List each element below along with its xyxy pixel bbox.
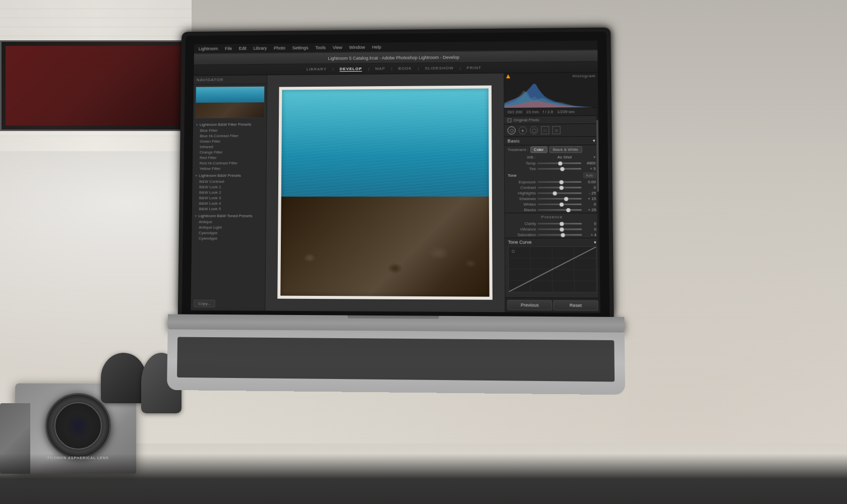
basic-collapse-icon[interactable]: ▾ [592, 138, 595, 143]
preset-infrared[interactable]: Infrared [194, 144, 265, 150]
vibrance-value: 0 [583, 227, 596, 231]
menu-tools[interactable]: Tools [314, 45, 327, 50]
preset-group-header-bwtoned[interactable]: Lightroom B&W Toned Presets [193, 213, 265, 219]
module-print[interactable]: PRINT [467, 66, 481, 70]
menu-settings[interactable]: Settings [291, 45, 310, 50]
whites-slider[interactable] [537, 204, 582, 205]
left-panel-buttons: Copy... Paste [194, 300, 267, 310]
clarity-thumb[interactable] [560, 222, 564, 226]
preset-red-filter[interactable]: Red Filter [194, 155, 265, 160]
menu-help[interactable]: Help [371, 45, 383, 50]
preset-blue-filter[interactable]: Blue Filter [194, 128, 266, 133]
radial-filter-tool[interactable]: ◇ [552, 126, 560, 134]
clarity-slider[interactable] [537, 223, 582, 224]
red-eye-tool[interactable]: ◯ [530, 127, 538, 135]
preset-yellow-filter[interactable]: Yellow Filter [194, 166, 265, 171]
menu-edit[interactable]: Edit [237, 46, 248, 51]
preset-bw-look3[interactable]: B&W Look 3 [193, 195, 265, 201]
exposure-slider[interactable] [537, 181, 581, 183]
original-photo-label: Original Photo [513, 118, 539, 122]
vibrance-thumb[interactable] [560, 227, 564, 231]
blacks-slider[interactable] [537, 209, 582, 211]
nav-thumb-water [196, 87, 264, 104]
blacks-thumb[interactable] [566, 208, 570, 212]
blind-line [0, 9, 192, 18]
shadows-thumb[interactable] [564, 197, 568, 201]
temp-slider[interactable] [537, 162, 581, 164]
menu-photo[interactable]: Photo [272, 45, 287, 50]
copy-button[interactable]: Copy... [194, 300, 215, 307]
tone-curve-collapse-icon[interactable]: ▾ [594, 240, 596, 245]
auto-button[interactable]: Auto [583, 172, 596, 178]
menu-window[interactable]: Window [348, 45, 367, 50]
tone-curve-panel[interactable] [508, 246, 597, 293]
shadows-slider[interactable] [537, 198, 582, 200]
exposure-slider-row: Exposure 0.00 [505, 179, 599, 184]
menu-library[interactable]: Library [252, 46, 269, 51]
preset-green-filter[interactable]: Green Filter [194, 139, 266, 144]
saturation-thumb[interactable] [561, 233, 565, 237]
preset-antique[interactable]: Antique [193, 219, 264, 225]
preset-group-bwfilter: Lightroom B&W Filter Presets Blue Filter… [194, 121, 266, 171]
preset-cyanotype2[interactable]: Cyanotype [193, 235, 265, 241]
preset-red-hi-contrast[interactable]: Red Hi-Contrast Filter [194, 160, 265, 166]
preset-bw-look2[interactable]: B&W Look 2 [193, 190, 265, 195]
menu-lightroom[interactable]: Lightroom [197, 46, 220, 51]
blacks-label: Blacks [508, 208, 536, 212]
highlights-slider[interactable] [537, 193, 582, 194]
navigator-panel [193, 84, 267, 120]
previous-button[interactable]: Previous [507, 300, 552, 310]
module-map[interactable]: MAP [375, 67, 385, 71]
spot-heal-tool[interactable]: ● [519, 127, 527, 135]
temp-slider-row: Temp 4900 [505, 160, 599, 166]
highlights-thumb[interactable] [553, 191, 557, 195]
contrast-thumb[interactable] [560, 185, 564, 190]
original-photo-checkbox[interactable] [507, 118, 511, 122]
preset-bw-look5[interactable]: B&W Look 5 [193, 206, 265, 212]
tint-slider[interactable] [537, 168, 581, 169]
graduated-filter-tool[interactable]: □ [541, 126, 549, 134]
preset-blue-hi-contrast[interactable]: Blue Hi-Contrast Filter [194, 133, 266, 139]
highlights-slider-row: Highlights - 25 [505, 191, 599, 196]
tint-label: Tint [508, 167, 536, 171]
wb-dropdown[interactable]: ▾ [593, 155, 595, 159]
camera-lens: FUJINON ASPHERICAL LENS [45, 393, 111, 459]
preset-bw-look1[interactable]: B&W Look 1 [193, 184, 265, 190]
scrollbar-thumb[interactable] [596, 120, 599, 192]
vibrance-slider[interactable] [537, 228, 582, 230]
preset-bw-look4[interactable]: B&W Look 4 [193, 201, 265, 206]
color-button[interactable]: Color [530, 146, 548, 153]
menu-view[interactable]: View [331, 45, 344, 50]
tint-slider-thumb[interactable] [560, 167, 564, 171]
wall-picture-inner [6, 46, 186, 125]
contrast-slider[interactable] [537, 187, 582, 188]
nav-thumb-rocks [196, 102, 264, 118]
reset-button[interactable]: Reset [553, 300, 598, 310]
preset-group-header-bwfilter[interactable]: Lightroom B&W Filter Presets [194, 121, 266, 128]
menu-file[interactable]: File [223, 46, 233, 51]
preset-cyanotype[interactable]: Cyanotype [193, 230, 264, 236]
preset-group-header-bwpresets[interactable]: Lightroom B&W Presets [194, 172, 265, 179]
saturation-slider[interactable] [538, 234, 582, 235]
preset-bw-contrast[interactable]: B&W Contrast [194, 179, 265, 184]
temp-slider-thumb[interactable] [558, 161, 562, 165]
whites-thumb[interactable] [560, 202, 564, 206]
preset-orange-filter[interactable]: Orange Filter [194, 149, 265, 155]
wb-row: WB : As Shot ▾ [505, 154, 599, 161]
module-library[interactable]: LIBRARY [307, 67, 327, 72]
module-develop[interactable]: DEVELOP [340, 67, 362, 72]
saturation-slider-row: Saturation + 4 [505, 232, 600, 237]
whites-slider-row: Whites 0 [505, 202, 599, 207]
exposure-thumb[interactable] [559, 180, 563, 184]
bw-button[interactable]: Black & White [549, 146, 582, 153]
shadows-label: Shadows [508, 197, 536, 201]
crop-tool[interactable]: ⬡ [507, 127, 515, 135]
module-slideshow[interactable]: SLIDESHOW [425, 66, 454, 71]
vibrance-slider-row: Vibrance 0 [505, 226, 599, 232]
clarity-slider-row: Clarity 0 [505, 221, 599, 226]
laptop-keyboard-area [167, 329, 625, 395]
screen-bezel: Lightroom File Edit Library Photo Settin… [182, 31, 610, 317]
wb-value[interactable]: As Shot [537, 155, 592, 159]
preset-antique-light[interactable]: Antique Light [193, 225, 264, 230]
module-book[interactable]: BOOK [398, 66, 412, 71]
